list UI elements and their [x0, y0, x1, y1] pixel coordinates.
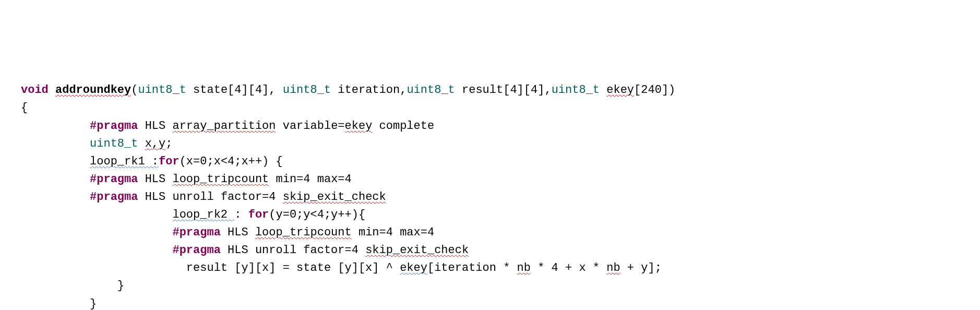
type-uint8: uint8_t [138, 84, 186, 97]
label: loop_rk2 [172, 208, 234, 221]
pragma-arg: loop_tripcount [255, 226, 352, 239]
code-block: void addroundkey(uint8_t state[4][4], ui… [21, 81, 959, 310]
ident-nb: nb [517, 261, 531, 275]
brace: } [117, 279, 124, 292]
ident-ekey: ekey [400, 261, 427, 275]
indent [21, 173, 90, 186]
indent [21, 226, 172, 239]
pragma-arg: loop_tripcount [172, 173, 269, 186]
text: HLS [221, 226, 255, 239]
indent [21, 297, 90, 311]
keyword-for: for [159, 155, 180, 168]
brace: } [90, 297, 97, 311]
text: variable= [276, 120, 345, 133]
label: loop_rk1 : [90, 155, 159, 168]
indent [21, 190, 90, 204]
fn-name: addroundkey [55, 84, 131, 97]
text: HLS [138, 120, 172, 133]
pragma-arg: skip_exit_check [365, 244, 469, 257]
indent [21, 120, 90, 133]
type-uint8: uint8_t [407, 84, 455, 97]
ident-nb: nb [606, 261, 620, 275]
type-uint8: uint8_t [283, 84, 331, 97]
param: iteration, [331, 84, 407, 97]
ident-ekey: ekey [345, 120, 373, 133]
text: HLS unroll factor=4 [221, 244, 365, 257]
pragma-arg: array_partition [172, 120, 276, 133]
keyword-void: void [21, 84, 49, 97]
indent [21, 155, 90, 168]
pragma: #pragma [172, 226, 220, 239]
indent [21, 261, 186, 275]
param: [240]) [634, 84, 675, 97]
text: HLS unroll factor=4 [138, 190, 282, 204]
pragma: #pragma [90, 120, 138, 133]
indent [21, 244, 172, 257]
keyword-for: for [248, 208, 269, 221]
param: result[4][4], [455, 84, 552, 97]
indent [21, 279, 117, 292]
pragma-arg: skip_exit_check [283, 190, 386, 204]
type-uint8: uint8_t [90, 137, 138, 150]
brace: { [21, 101, 28, 114]
stmt: result [y][x] = state [y][x] ^ [186, 261, 400, 275]
pragma: #pragma [172, 244, 220, 257]
stmt: [iteration * [427, 261, 517, 275]
param: state[4][4], [186, 84, 283, 97]
semi: ; [165, 137, 172, 150]
pragma: #pragma [90, 190, 138, 204]
stmt: * 4 + x * [531, 261, 606, 275]
stmt: + y]; [620, 261, 662, 275]
pragma: #pragma [90, 173, 138, 186]
text: HLS [138, 173, 172, 186]
text: (y=0;y<4;y++){ [269, 208, 365, 221]
text: (x=0;x<4;x++) { [180, 155, 283, 168]
type-uint8: uint8_t [552, 84, 600, 97]
indent [21, 137, 90, 150]
text: complete [372, 120, 434, 133]
ident-ekey: ekey [606, 84, 634, 97]
space [138, 137, 145, 150]
colon: : [234, 208, 248, 221]
text: min=4 max=4 [269, 173, 351, 186]
indent [21, 208, 172, 221]
ident-xy: x,y [145, 137, 166, 150]
text: min=4 max=4 [352, 226, 434, 239]
